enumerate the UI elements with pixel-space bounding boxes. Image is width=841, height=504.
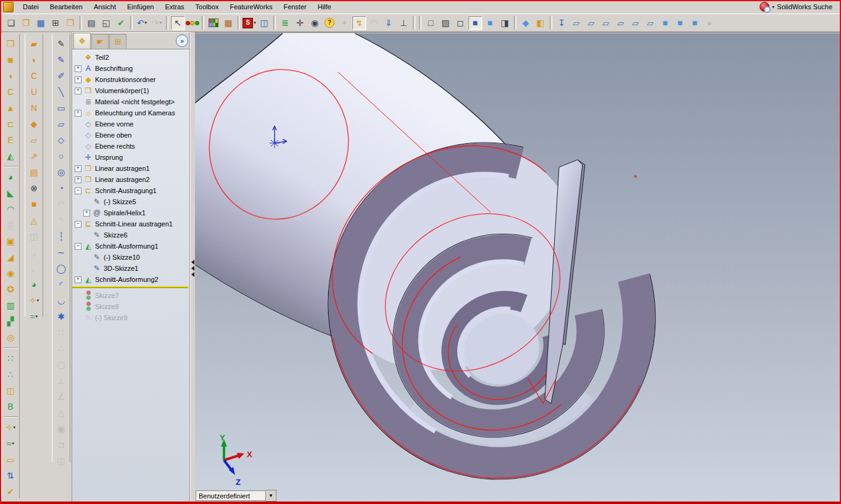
reference-geometry-button[interactable]: ✧▾ bbox=[27, 293, 41, 308]
mirror-button[interactable]: ◫ bbox=[3, 383, 18, 398]
rebuild-button[interactable] bbox=[185, 15, 200, 30]
surface-fillet-button[interactable]: ◕ bbox=[27, 277, 41, 292]
fillet-button[interactable]: ◕ bbox=[3, 170, 18, 184]
expand-box[interactable]: + bbox=[75, 76, 81, 83]
modify-sketch-button[interactable]: ✐ bbox=[54, 68, 68, 83]
menu-datei[interactable]: Datei bbox=[17, 1, 44, 12]
parabola-button[interactable]: ◡ bbox=[54, 293, 68, 308]
panel-overflow-button[interactable]: » bbox=[176, 35, 188, 47]
tree-item-material-nicht-festgelegt-[interactable]: ≣Material <nicht festgelegt> bbox=[75, 96, 188, 107]
draft-button[interactable]: ◢ bbox=[3, 250, 18, 265]
tree-item-ebene-rechts[interactable]: ◇Ebene rechts bbox=[75, 141, 188, 152]
swept-surface-button[interactable]: C bbox=[27, 68, 41, 83]
3d-sketch-button[interactable]: ✎ bbox=[54, 52, 68, 67]
tree-item-linear-austragen1[interactable]: +❒Linear austragen1 bbox=[75, 163, 188, 174]
menu-fenster[interactable]: Fenster bbox=[278, 1, 312, 12]
expand-box[interactable]: − bbox=[75, 243, 81, 250]
print-button[interactable]: ▤ bbox=[84, 15, 99, 30]
shell-surface-button[interactable]: ◬ bbox=[27, 213, 41, 228]
scale-button[interactable]: ▞ bbox=[3, 314, 18, 329]
extruded-surface-button[interactable]: ▰ bbox=[27, 36, 41, 51]
linear-pattern-button[interactable]: ∷ bbox=[3, 351, 18, 366]
hole-wizard-button[interactable]: ✪ bbox=[3, 282, 18, 297]
centerline-button[interactable]: ┆ bbox=[54, 229, 68, 244]
expand-box[interactable]: − bbox=[75, 221, 81, 228]
tree-item-schnitt-austragung1[interactable]: −⊏Schnitt-Austragung1 bbox=[75, 185, 188, 196]
undo-button[interactable]: ↶▾ bbox=[135, 15, 149, 30]
tree-item-ebene-vorne[interactable]: ◇Ebene vorne bbox=[75, 118, 188, 130]
cut-sweep-button[interactable]: E bbox=[3, 133, 18, 147]
tree-item-beschriftung[interactable]: +ABeschriftung bbox=[75, 63, 188, 74]
tree-item-schnitt-ausformung2[interactable]: +◭Schnitt-Ausformung2 bbox=[75, 274, 188, 285]
view-bottom-button[interactable]: ▱ bbox=[643, 15, 658, 30]
curves-button[interactable]: ≈▾ bbox=[3, 436, 18, 451]
make-drawing-from-part-button[interactable]: ⊞ bbox=[48, 15, 63, 30]
mid-surface-button[interactable]: ▤ bbox=[27, 165, 41, 180]
shadows-in-shaded-mode-button[interactable]: ◨ bbox=[497, 15, 512, 30]
expand-box[interactable]: + bbox=[75, 165, 81, 172]
select-button[interactable]: ↖ bbox=[170, 15, 185, 30]
texture-button[interactable]: ▦ bbox=[221, 15, 236, 30]
lofted-boss-button[interactable]: ▲ bbox=[3, 101, 18, 115]
circle-button[interactable]: ○ bbox=[54, 149, 68, 163]
feature-statistics-button[interactable] bbox=[3, 500, 18, 504]
hidden-lines-removed-button[interactable]: ◻ bbox=[453, 15, 468, 30]
thicken-button[interactable]: ■ bbox=[27, 197, 41, 212]
chamfer-button[interactable]: ◣ bbox=[3, 186, 18, 200]
rectangle-button[interactable]: ▭ bbox=[54, 101, 68, 115]
tree-item-ursprung[interactable]: ✛Ursprung bbox=[75, 152, 188, 163]
tree-item--skizze10[interactable]: ✎(-) Skizze10 bbox=[75, 252, 188, 263]
screen-capture-button[interactable]: ◉ bbox=[307, 15, 322, 30]
task-pane-button[interactable]: ◫ bbox=[257, 15, 271, 30]
collapse-arrow-icon[interactable] bbox=[191, 260, 194, 265]
model-canvas[interactable]: Y X Z bbox=[195, 33, 840, 503]
edit-color-button[interactable] bbox=[206, 15, 221, 30]
collapse-arrow-icon[interactable] bbox=[191, 272, 194, 277]
tree-item-ebene-oben[interactable]: ◇Ebene oben bbox=[75, 130, 188, 141]
graphics-viewport[interactable]: Y X Z Benutzerdefiniert ▼ bbox=[195, 32, 840, 503]
filled-surface-button[interactable]: ◆ bbox=[27, 117, 41, 131]
tree-item-linear-austragen2[interactable]: +❒Linear austragen2 bbox=[75, 174, 188, 185]
solidworks-search[interactable]: ▾ SolidWorks Suche bbox=[760, 2, 841, 12]
tree-item-schnitt-linear-austragen1[interactable]: −⊑Schnitt-Linear austragen1 bbox=[75, 218, 188, 229]
expand-box[interactable]: + bbox=[75, 176, 81, 183]
tree-item-beleuchtung-und-kameras[interactable]: +☼Beleuchtung und Kameras bbox=[75, 107, 188, 118]
shaded-with-edges-button[interactable]: ■ bbox=[468, 15, 483, 30]
rollback-bar[interactable] bbox=[72, 286, 188, 288]
parallelogram-button[interactable]: ▱ bbox=[54, 117, 68, 131]
centerpoint-arc-button[interactable]: ◔ bbox=[54, 181, 68, 196]
help-button[interactable]: ? bbox=[322, 15, 337, 30]
perimeter-circle-button[interactable]: ◎ bbox=[54, 165, 68, 180]
view-orientation-combo[interactable]: Benutzerdefiniert ▼ bbox=[196, 490, 276, 502]
tree-item-volumenk-rper-1-[interactable]: +❒Volumenkörper(1) bbox=[75, 85, 188, 96]
tree-item-skizze7[interactable]: Skizze7 bbox=[75, 290, 188, 301]
point-button[interactable]: ✱ bbox=[54, 309, 68, 324]
cut-extrude-button[interactable]: ⊏ bbox=[3, 117, 18, 131]
view-dimetric-button[interactable]: ■ bbox=[687, 15, 702, 30]
expand-box[interactable]: − bbox=[75, 188, 81, 194]
shell-button[interactable]: ▣ bbox=[3, 234, 18, 249]
new-document-button[interactable]: ❏ bbox=[4, 15, 19, 30]
open-document-button[interactable]: ❐ bbox=[19, 15, 33, 30]
search-label[interactable]: SolidWorks Suche bbox=[777, 3, 832, 10]
offset-surface-button[interactable]: ⇗ bbox=[27, 149, 41, 163]
propertymanager-tab[interactable]: ☛ bbox=[91, 34, 109, 49]
shaded-button[interactable]: ■ bbox=[483, 15, 497, 30]
simple-hole-button[interactable]: ◉ bbox=[3, 266, 18, 281]
normal-to-button[interactable]: ↧ bbox=[554, 15, 569, 30]
menu-bearbeiten[interactable]: Bearbeiten bbox=[44, 1, 88, 12]
view-right-button[interactable]: ▱ bbox=[613, 15, 628, 30]
perspective-view-button[interactable]: ◆ bbox=[518, 15, 533, 30]
expand-box[interactable]: + bbox=[83, 210, 90, 217]
expand-box[interactable]: + bbox=[75, 110, 81, 117]
view-top-button[interactable]: ▱ bbox=[628, 15, 643, 30]
section-view-button[interactable]: ◧ bbox=[533, 15, 548, 30]
make-assembly-from-part-button[interactable]: ❒ bbox=[63, 15, 78, 30]
revolve-axis-button[interactable]: ◖ bbox=[3, 68, 18, 83]
circular-pattern-button[interactable]: ∴ bbox=[3, 367, 18, 382]
view-back-button[interactable]: ▱ bbox=[584, 15, 599, 30]
hidden-lines-visible-button[interactable]: ▨ bbox=[438, 15, 453, 30]
view-trimetric-button[interactable]: ■ bbox=[673, 15, 687, 30]
wireframe-button[interactable]: □ bbox=[423, 15, 438, 30]
tree-root[interactable]: ❖Teil2 bbox=[75, 52, 188, 63]
